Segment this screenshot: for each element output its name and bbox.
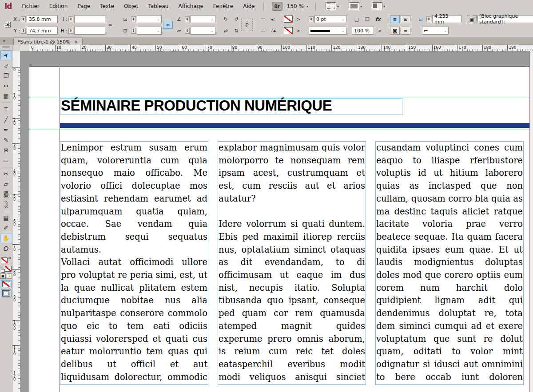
menu-item-fenêtre[interactable]: Fenêtre bbox=[208, 3, 238, 9]
default-fill-stroke-icon[interactable] bbox=[1, 269, 5, 273]
vertical-ruler[interactable]: 01 02 03 04 05 06 07 08 09 01 0 01 1 01 … bbox=[12, 51, 20, 392]
tool-gradient-feather-tool[interactable]: ░ bbox=[0, 199, 12, 210]
object-style-combo[interactable]: [Bloc graphique standard]+⌄ bbox=[477, 15, 533, 23]
drop-shadow-icon[interactable]: ❏ bbox=[362, 15, 372, 23]
tab-close-icon[interactable]: × bbox=[74, 39, 78, 45]
menu-item-fichier[interactable]: Fichier bbox=[17, 3, 44, 9]
tool-scissors-tool[interactable]: ✂ bbox=[0, 169, 12, 179]
tool-gradient-swatch-tool[interactable]: ▒ bbox=[0, 189, 12, 199]
screen-mode-icon[interactable] bbox=[349, 2, 359, 10]
view-options-icon[interactable] bbox=[326, 2, 336, 10]
formatting-affects-text-button[interactable]: T bbox=[7, 273, 12, 279]
corner-shape-icon[interactable]: ▢ bbox=[352, 15, 362, 23]
tool-zoom-tool[interactable]: Ϙ bbox=[0, 243, 12, 253]
menu-item-edition[interactable]: Edition bbox=[44, 3, 73, 9]
select-next-icon[interactable]: ∴▸ bbox=[269, 27, 278, 35]
tool-selection-tool[interactable]: ➤ bbox=[0, 50, 12, 60]
tool-direct-selection-tool[interactable]: ▻ bbox=[0, 60, 12, 71]
scale-y-stepper[interactable]: ▲▼ bbox=[131, 28, 136, 34]
corner-style-combo[interactable]: ⌐⌄ bbox=[422, 27, 449, 35]
screen-mode-dropdown-icon[interactable]: ▾ bbox=[360, 4, 362, 8]
rotate-ccw-icon[interactable]: ↺ bbox=[231, 15, 241, 23]
wrap-none-button[interactable]: ≣ bbox=[390, 15, 400, 23]
x-stepper[interactable]: ▲▼ bbox=[21, 16, 26, 22]
arrange-documents-dropdown-icon[interactable]: ▾ bbox=[383, 4, 385, 8]
select-previous-icon[interactable]: ◂∴ bbox=[269, 15, 278, 23]
menu-item-texte[interactable]: Texte bbox=[95, 3, 119, 9]
corner-radius-input[interactable]: 4,233 mm bbox=[432, 15, 461, 23]
tool-free-transform-tool[interactable]: ▱ bbox=[0, 179, 12, 189]
wrap-object-shape-button[interactable]: ◙ bbox=[390, 27, 400, 35]
formatting-affects-container-button[interactable]: ■ bbox=[0, 273, 6, 279]
menu-item-affichage[interactable]: Affichage bbox=[173, 3, 208, 9]
menu-item-tableau[interactable]: Tableau bbox=[143, 3, 173, 9]
tool-rectangle-tool[interactable]: ▭ bbox=[0, 155, 12, 166]
height-stepper[interactable]: ▲▼ bbox=[68, 28, 73, 34]
stroke-more-icon[interactable]: > bbox=[294, 27, 303, 35]
width-input[interactable] bbox=[74, 15, 105, 23]
bridge-button[interactable]: Br bbox=[272, 2, 282, 11]
height-input[interactable] bbox=[74, 27, 105, 35]
scale-y-combo[interactable]: ⌄ bbox=[137, 27, 162, 35]
panel-expand-icon[interactable]: » bbox=[3, 38, 5, 43]
tool-pencil-tool[interactable]: ✎ bbox=[0, 135, 12, 145]
swap-fill-stroke-icon[interactable]: ⇄ bbox=[8, 257, 11, 260]
flip-vertical-icon[interactable]: ⇅ bbox=[231, 27, 241, 35]
opacity-input[interactable]: 100 % bbox=[352, 27, 374, 35]
select-container-icon[interactable]: P bbox=[241, 19, 253, 31]
tool-line-tool[interactable]: ╱ bbox=[0, 115, 12, 125]
tool-pen-tool[interactable]: ✒ bbox=[0, 125, 12, 135]
tool-gap-tool[interactable]: ↔ bbox=[0, 81, 12, 91]
tool-hand-tool[interactable]: ✋ bbox=[0, 233, 12, 243]
wrap-jump-object-button[interactable]: ≡ bbox=[401, 27, 410, 35]
tool-note-tool[interactable]: ▤ bbox=[0, 213, 12, 223]
fill-swatch-none[interactable] bbox=[1, 257, 8, 263]
view-options-dropdown-icon[interactable]: ▾ bbox=[337, 4, 339, 8]
fill-color-swatch[interactable] bbox=[284, 16, 293, 23]
reference-point-proxy[interactable] bbox=[5, 22, 10, 28]
tool-page-tool[interactable]: ❐ bbox=[0, 71, 12, 81]
apply-none-button[interactable] bbox=[1, 280, 12, 288]
x-input[interactable]: 35,8 mm bbox=[27, 15, 58, 23]
constrain-proportions-icon[interactable]: ∞ bbox=[105, 21, 115, 29]
zoom-level-dropdown-icon[interactable]: ▾ bbox=[306, 4, 308, 8]
margin-guide-left[interactable] bbox=[59, 67, 60, 392]
horizontal-ruler[interactable]: 0102030405060708090100110120130140150160… bbox=[20, 45, 533, 51]
corner-options-icon[interactable]: ⊡ bbox=[416, 15, 426, 23]
title-rule-bar[interactable] bbox=[60, 123, 530, 128]
screen-mode-button[interactable] bbox=[1, 289, 12, 297]
flip-horizontal-icon[interactable]: ⇄ bbox=[221, 27, 231, 35]
corner-radius-stepper[interactable]: ▲▼ bbox=[426, 16, 431, 22]
menu-item-page[interactable]: Page bbox=[72, 3, 95, 9]
select-child-icon[interactable]: ∴ bbox=[258, 27, 268, 35]
document-tab[interactable]: *Sans titre-1 @ 150% × bbox=[13, 38, 83, 45]
ruler-corner-box[interactable] bbox=[12, 45, 20, 51]
rotation-stepper[interactable]: ▲▼ bbox=[185, 16, 190, 22]
zoom-level-value[interactable]: 150 % bbox=[287, 3, 304, 9]
stroke-type-combo[interactable]: ⌄ bbox=[309, 27, 346, 35]
margin-guide-body-top[interactable] bbox=[29, 130, 530, 130]
vertical-scrollbar[interactable] bbox=[529, 51, 533, 392]
rotation-combo[interactable]: ⌄ bbox=[191, 15, 215, 23]
opacity-more-icon[interactable]: > bbox=[375, 27, 385, 35]
fill-more-icon[interactable]: > bbox=[294, 15, 303, 23]
stroke-color-swatch[interactable] bbox=[284, 27, 293, 34]
scale-x-stepper[interactable]: ▲▼ bbox=[131, 16, 136, 22]
rotate-cw-icon[interactable]: ↻ bbox=[221, 15, 231, 23]
stroke-swatch-none[interactable] bbox=[5, 266, 12, 272]
clear-overrides-icon[interactable]: ↺ bbox=[531, 27, 533, 35]
y-input[interactable]: 74,7 mm bbox=[27, 27, 58, 35]
tool-content-collector-tool[interactable]: ▦ bbox=[0, 91, 12, 101]
tools-panel-grip[interactable] bbox=[2, 46, 10, 48]
width-stepper[interactable]: ▲▼ bbox=[68, 16, 73, 22]
shear-combo[interactable]: ⌄ bbox=[191, 27, 215, 35]
menu-item-aide[interactable]: Aide bbox=[238, 3, 260, 9]
y-stepper[interactable]: ▲▼ bbox=[21, 28, 26, 34]
fill-stroke-indicator[interactable]: ⇄ bbox=[1, 257, 12, 273]
arrange-documents-icon[interactable] bbox=[372, 2, 382, 10]
document-canvas[interactable]: SÉMINAIRE PRODUCTION NUMÉRIQUE Lenimpor … bbox=[20, 51, 533, 392]
stroke-weight-combo[interactable]: 0 pt⌄ bbox=[314, 15, 346, 23]
tool-eyedropper-tool[interactable]: ✐ bbox=[0, 223, 12, 233]
select-parent-icon[interactable]: ∵ bbox=[258, 15, 268, 23]
shear-stepper[interactable]: ▲▼ bbox=[185, 28, 190, 34]
